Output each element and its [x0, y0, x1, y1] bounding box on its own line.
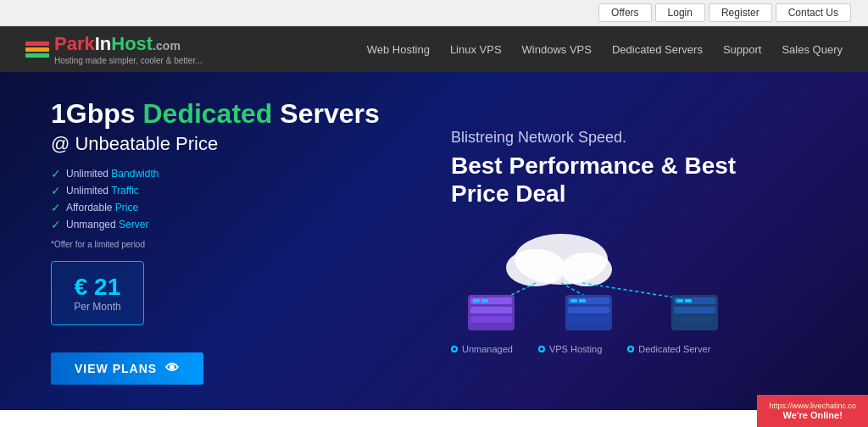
feature-server: ✓ Unmanged Server [51, 218, 417, 231]
nav-windows-vps[interactable]: Windows VPS [522, 43, 592, 56]
svg-rect-8 [470, 307, 512, 313]
svg-rect-21 [674, 316, 715, 323]
price-period: Per Month [69, 301, 126, 313]
label-unmanaged: Unmanaged [451, 344, 513, 354]
logo[interactable]: ParkInHost.com Hosting made simpler, coo… [25, 33, 203, 65]
hero-headline: Best Performance & BestPrice Deal [451, 152, 817, 208]
nav-linux-vps[interactable]: Linux VPS [450, 43, 502, 56]
feature-traffic: ✓ Unlimited Traffic [51, 184, 417, 197]
price-value: € 21 [69, 274, 126, 301]
login-button[interactable]: Login [655, 3, 705, 22]
hero-title: 1Gbps Dedicated Servers [51, 97, 417, 130]
feature-bandwidth: ✓ Unlimited Bandwidth [51, 167, 417, 180]
check-icon-2: ✓ [51, 184, 61, 197]
dot-unmanaged [451, 346, 458, 352]
hero-title-prefix: 1Gbps [51, 98, 142, 129]
svg-rect-10 [473, 299, 480, 302]
hero-tagline: Blistreing Network Speed. [451, 129, 817, 147]
register-button[interactable]: Register [709, 3, 772, 22]
label-vps-hosting: VPS Hosting [538, 344, 602, 354]
live-chat-label: We're Online! [783, 410, 843, 420]
dot-dedicated [627, 346, 634, 352]
offers-button[interactable]: Offers [598, 3, 651, 22]
hero-section: 1Gbps Dedicated Servers @ Unbeatable Pri… [0, 72, 868, 410]
svg-rect-16 [570, 299, 577, 302]
svg-rect-17 [579, 299, 586, 302]
server-labels: Unmanaged VPS Hosting Dedicated Server [451, 344, 817, 354]
live-chat-widget[interactable]: https://www.livechatinc.co We're Online! [757, 395, 868, 427]
offer-note: *Offer for a limited period [51, 240, 417, 249]
live-chat-url: https://www.livechatinc.co [769, 402, 856, 410]
nav-web-hosting[interactable]: Web Hosting [367, 43, 430, 56]
logo-tld: .com [153, 39, 181, 53]
label-dedicated-server: Dedicated Server [627, 344, 710, 354]
navbar: ParkInHost.com Hosting made simpler, coo… [0, 26, 868, 72]
hero-subtitle: @ Unbeatable Price [51, 133, 417, 155]
price-box: € 21 Per Month [51, 261, 144, 325]
nav-support[interactable]: Support [723, 43, 762, 56]
nav-dedicated-servers[interactable]: Dedicated Servers [612, 43, 703, 56]
top-bar: Offers Login Register Contact Us [0, 0, 868, 26]
svg-rect-9 [470, 316, 512, 323]
check-icon-4: ✓ [51, 218, 61, 231]
logo-in: In [95, 33, 112, 54]
svg-rect-20 [674, 307, 715, 313]
features-list: ✓ Unlimited Bandwidth ✓ Unlimited Traffi… [51, 167, 417, 231]
svg-point-1 [506, 249, 565, 286]
hero-right: Blistreing Network Speed. Best Performan… [417, 129, 817, 354]
hero-left: 1Gbps Dedicated Servers @ Unbeatable Pri… [51, 97, 417, 385]
hero-title-green: Dedicated [142, 98, 272, 129]
svg-rect-14 [568, 307, 609, 313]
hero-title-suffix: Servers [272, 98, 379, 129]
nav-sales-query[interactable]: Sales Query [782, 43, 843, 56]
nav-links: Web Hosting Linux VPS Windows VPS Dedica… [367, 43, 843, 56]
view-plans-label: VIEW PLANS [75, 362, 157, 375]
logo-tagline: Hosting made simpler, cooler & better... [54, 56, 203, 65]
contact-button[interactable]: Contact Us [776, 3, 851, 22]
logo-park: Park [54, 33, 95, 54]
svg-point-2 [561, 252, 612, 286]
check-icon-1: ✓ [51, 167, 61, 180]
eye-icon: 👁 [165, 361, 180, 376]
svg-rect-22 [676, 299, 683, 302]
cloud-servers-illustration [451, 225, 773, 336]
svg-rect-11 [481, 299, 488, 302]
features-section: DedicatedServers Dedicated Servers For h… [0, 410, 868, 427]
logo-host: Host [111, 33, 153, 54]
view-plans-button[interactable]: VIEW PLANS 👁 [51, 352, 203, 385]
logo-icon [25, 42, 49, 58]
svg-rect-23 [685, 299, 692, 302]
svg-rect-15 [568, 316, 609, 323]
check-icon-3: ✓ [51, 201, 61, 214]
dot-vps [538, 346, 545, 352]
feature-price: ✓ Affordable Price [51, 201, 417, 214]
